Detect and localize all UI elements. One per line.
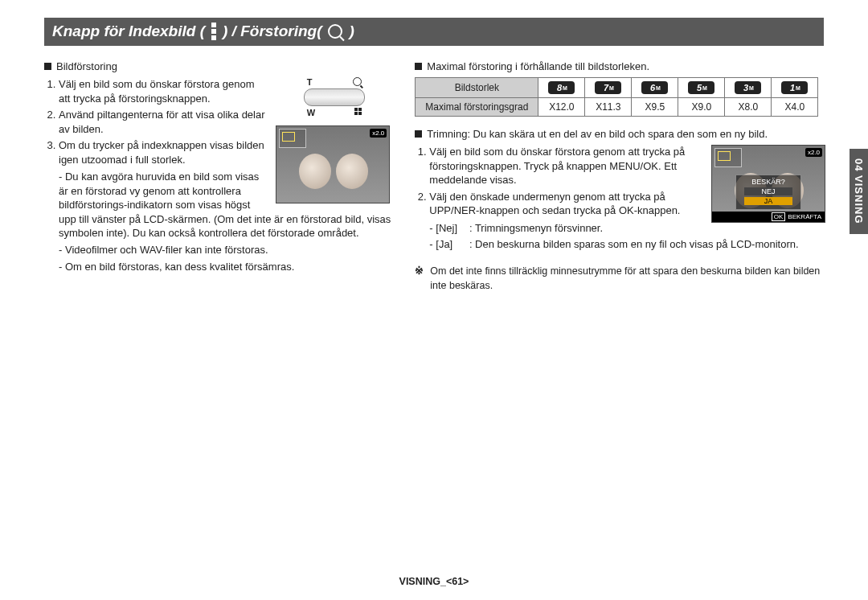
table-cell: X11.3: [585, 98, 632, 117]
trim-illustration: x2.0 BESKÄR? NEJ JA OKBEKRÄFTA: [711, 145, 824, 223]
left-illustration: T W x2.0: [276, 77, 392, 203]
navigator-overlay: [714, 148, 742, 167]
dialog-title: BESKÄR?: [736, 178, 800, 186]
magnify-mini-icon: [353, 77, 362, 86]
page-title-bar: Knapp för Indexbild ( ) / Förstoring( ): [44, 18, 824, 46]
size-badge: 6M: [641, 81, 668, 94]
zoom-rocker-pill: [304, 88, 365, 106]
lcd-preview-trim: x2.0 BESKÄR? NEJ JA OKBEKRÄFTA: [711, 145, 825, 223]
confirm-label: BEKRÄFTA: [788, 213, 821, 220]
table-header: Bildstorlek: [416, 78, 538, 98]
size-badge: 1M: [781, 81, 808, 94]
title-part-1: Knapp för Indexbild (: [52, 23, 205, 40]
title-part-2: ) / Förstoring(: [223, 23, 321, 40]
zoom-badge: x2.0: [805, 148, 822, 157]
table-cell: X8.0: [725, 98, 772, 117]
zoom-badge: x2.0: [370, 129, 387, 138]
square-bullet-icon: [44, 63, 51, 70]
zoom-w-label: W: [307, 108, 315, 117]
photo-person: [299, 154, 331, 189]
note-text: Om det inte finns tillräcklig minnesutry…: [430, 265, 824, 293]
table-cell: X9.5: [632, 98, 678, 117]
zoom-rocker: T W: [304, 77, 365, 117]
square-bullet-icon: [415, 63, 422, 70]
section-title: Trimning: Du kan skära ut en del av en b…: [427, 128, 768, 140]
left-column: Bildförstoring T W x2.0: [44, 60, 392, 293]
size-badge: 8M: [548, 81, 575, 94]
page-footer: VISNING_<61>: [0, 576, 868, 587]
trim-dialog: BESKÄR? NEJ JA: [735, 175, 801, 210]
magnify-icon: [328, 24, 342, 39]
table-cell: X4.0: [772, 98, 818, 117]
ok-icon: OK: [772, 212, 786, 221]
size-badge: 7M: [595, 81, 621, 94]
section-title: Maximal förstoring i förhållande till bi…: [427, 60, 649, 72]
footnote: ※ Om det inte finns tillräcklig minnesut…: [415, 265, 824, 293]
zoom-t-label: T: [307, 77, 313, 87]
dialog-option-no: NEJ: [744, 187, 792, 195]
square-bullet-icon: [415, 130, 422, 138]
max-zoom-table: Bildstorlek 8M 7M 6M 5M 3M 1M Maximal fö…: [415, 77, 818, 117]
section-title: Bildförstoring: [56, 60, 117, 72]
title-part-3: ): [349, 23, 354, 40]
navigator-overlay: [279, 129, 306, 148]
list-item: Videofilmer och WAV-filer kan inte först…: [59, 243, 392, 257]
dialog-option-yes: JA: [744, 197, 792, 205]
size-badge: 3M: [735, 81, 761, 94]
result-no: - [Nej] : Trimningsmenyn försvinner.: [429, 221, 824, 236]
ok-bar: OKBEKRÄFTA: [712, 212, 825, 222]
list-item: Om en bild förstoras, kan dess kvalitet …: [59, 260, 392, 274]
thumbnail-icon: [211, 23, 216, 40]
size-badge: 5M: [688, 81, 714, 94]
right-column: Maximal förstoring i förhållande till bi…: [415, 60, 824, 293]
table-cell: X9.0: [678, 98, 725, 117]
result-yes: - [Ja] : Den beskurna bilden sparas som …: [429, 237, 824, 252]
lcd-preview-enlarged: x2.0: [276, 125, 390, 203]
table-cell: X12.0: [538, 98, 585, 117]
note-symbol: ※: [415, 265, 424, 293]
photo-person: [336, 154, 368, 189]
thumbnail-mini-icon: [354, 108, 362, 117]
manual-page: Knapp för Indexbild ( ) / Förstoring( ) …: [44, 18, 824, 293]
sidebar-tab: 04 VISNING: [850, 149, 868, 234]
table-header: Maximal förstoringsgrad: [416, 98, 538, 117]
